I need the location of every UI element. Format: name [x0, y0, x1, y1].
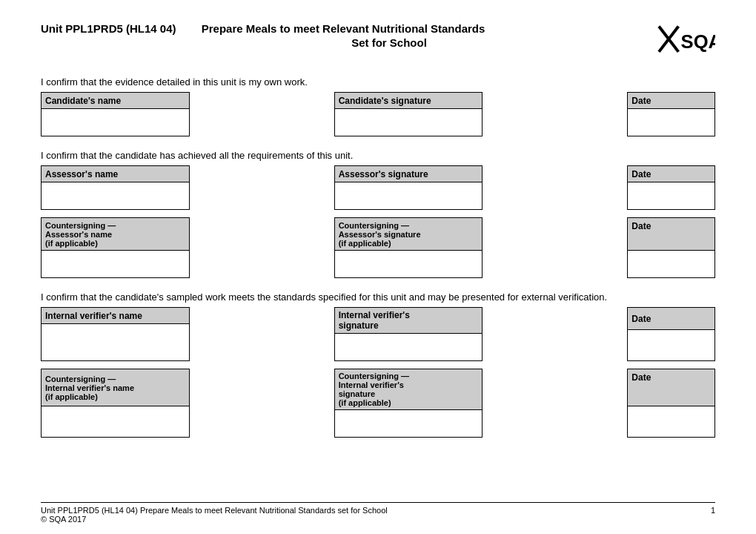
iv-signature-label: Internal verifier's signature	[335, 308, 483, 334]
footer-left: Unit PPL1PRD5 (HL14 04) Prepare Meals to…	[41, 506, 388, 524]
iv-date-input[interactable]	[628, 330, 714, 357]
iv-date-cell: Date	[627, 307, 715, 361]
assessor-date-input[interactable]	[628, 182, 714, 209]
footer-unit-text: Unit PPL1PRD5 (HL14 04) Prepare Meals to…	[41, 506, 388, 515]
iv-section: I confirm that the candidate's sampled w…	[41, 291, 715, 438]
candidate-date-label: Date	[628, 93, 714, 109]
footer-copyright: © SQA 2017	[41, 515, 388, 524]
countersigning-iv-name-label: Countersigning — Internal verifier's nam…	[42, 369, 189, 406]
candidate-signature-label: Candidate's signature	[335, 93, 483, 109]
assessor-signature-label: Assessor's signature	[335, 166, 483, 182]
candidate-name-cell: Candidate's name	[41, 92, 190, 136]
candidate-section: I confirm that the evidence detailed in …	[41, 76, 715, 136]
sqa-logo: SQA	[649, 22, 715, 63]
assessor-form-row: Assessor's name Assessor's signature Dat…	[41, 165, 715, 210]
assessor-signature-cell: Assessor's signature	[334, 165, 483, 210]
countersigning-assessor-form-row: Countersigning — Assessor's name (if app…	[41, 217, 715, 278]
candidate-confirm-text: I confirm that the evidence detailed in …	[41, 76, 715, 88]
candidate-date-input[interactable]	[628, 109, 714, 136]
countersigning-assessor-date-cell: Date	[627, 217, 715, 278]
footer-page-number: 1	[711, 506, 715, 524]
countersigning-iv-name-input[interactable]	[42, 406, 189, 433]
candidate-date-cell: Date	[627, 92, 715, 136]
countersigning-iv-date-label: Date	[628, 369, 714, 406]
assessor-name-label: Assessor's name	[42, 166, 189, 182]
countersigning-assessor-date-input[interactable]	[628, 251, 714, 277]
iv-form-row: Internal verifier's name Internal verifi…	[41, 307, 715, 361]
iv-signature-input[interactable]	[335, 334, 483, 360]
assessor-date-label: Date	[628, 166, 714, 182]
countersigning-iv-signature-input[interactable]	[335, 410, 483, 437]
candidate-signature-input[interactable]	[335, 109, 483, 136]
countersigning-iv-signature-cell: Countersigning — Internal verifier's sig…	[334, 369, 483, 438]
title-line1: Prepare Meals to meet Relevant Nutrition…	[202, 22, 485, 35]
candidate-form-row: Candidate's name Candidate's signature D…	[41, 92, 715, 136]
countersigning-iv-date-input[interactable]	[628, 406, 714, 433]
candidate-name-input[interactable]	[42, 109, 189, 136]
candidate-signature-cell: Candidate's signature	[334, 92, 483, 136]
countersigning-assessor-name-label: Countersigning — Assessor's name (if app…	[42, 218, 189, 251]
assessor-confirm-text: I confirm that the candidate has achieve…	[41, 150, 715, 161]
countersigning-assessor-signature-input[interactable]	[335, 251, 483, 277]
iv-name-input[interactable]	[42, 324, 189, 351]
assessor-name-input[interactable]	[42, 182, 189, 209]
header-title: Unit PPL1PRD5 (HL14 04) Prepare Meals to…	[41, 22, 649, 49]
title-line2: Set for School	[130, 36, 649, 49]
iv-name-label: Internal verifier's name	[42, 308, 189, 324]
assessor-name-cell: Assessor's name	[41, 165, 190, 210]
countersigning-assessor-name-input[interactable]	[42, 251, 189, 277]
sqa-logo-svg: SQA	[656, 22, 715, 63]
countersigning-assessor-date-label: Date	[628, 218, 714, 251]
candidate-name-label: Candidate's name	[42, 93, 189, 109]
countersigning-assessor-signature-cell: Countersigning — Assessor's signature (i…	[334, 217, 483, 278]
assessor-section: I confirm that the candidate has achieve…	[41, 150, 715, 278]
iv-name-cell: Internal verifier's name	[41, 307, 190, 361]
countersigning-assessor-name-cell: Countersigning — Assessor's name (if app…	[41, 217, 190, 278]
assessor-date-cell: Date	[627, 165, 715, 210]
iv-signature-cell: Internal verifier's signature	[334, 307, 483, 361]
unit-code: Unit PPL1PRD5 (HL14 04)	[41, 22, 176, 35]
countersigning-iv-date-cell: Date	[627, 369, 715, 438]
svg-text:SQA: SQA	[681, 31, 715, 52]
footer: Unit PPL1PRD5 (HL14 04) Prepare Meals to…	[41, 502, 715, 524]
countersigning-iv-name-cell: Countersigning — Internal verifier's nam…	[41, 369, 190, 438]
iv-date-label: Date	[628, 308, 714, 330]
iv-confirm-text: I confirm that the candidate's sampled w…	[41, 291, 715, 303]
assessor-signature-input[interactable]	[335, 182, 483, 209]
header: Unit PPL1PRD5 (HL14 04) Prepare Meals to…	[41, 22, 715, 63]
countersigning-iv-signature-label: Countersigning — Internal verifier's sig…	[335, 369, 483, 410]
page: Unit PPL1PRD5 (HL14 04) Prepare Meals to…	[0, 0, 756, 534]
countersigning-iv-form-row: Countersigning — Internal verifier's nam…	[41, 369, 715, 438]
countersigning-assessor-signature-label: Countersigning — Assessor's signature (i…	[335, 218, 483, 251]
